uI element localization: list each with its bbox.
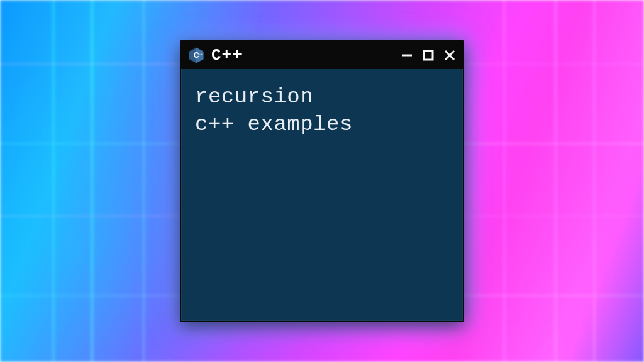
- title-left-group: C + + C++: [187, 46, 243, 65]
- terminal-text-line-2: c++ examples: [195, 111, 449, 138]
- cpp-icon: C + +: [187, 47, 205, 64]
- terminal-text-line-1: recursion: [195, 83, 449, 111]
- minimize-button[interactable]: [400, 48, 414, 62]
- terminal-body: recursion c++ examples: [181, 69, 463, 152]
- svg-text:+: +: [198, 52, 200, 56]
- close-button[interactable]: [443, 48, 457, 62]
- svg-rect-6: [424, 51, 433, 60]
- window-titlebar[interactable]: C + + C++: [181, 41, 463, 69]
- maximize-button[interactable]: [421, 48, 435, 62]
- terminal-glow-wrap: C + + C++: [180, 40, 464, 322]
- window-title: C++: [211, 46, 243, 65]
- window-controls: [400, 48, 457, 62]
- terminal-window: C + + C++: [180, 40, 464, 322]
- svg-text:+: +: [201, 52, 203, 56]
